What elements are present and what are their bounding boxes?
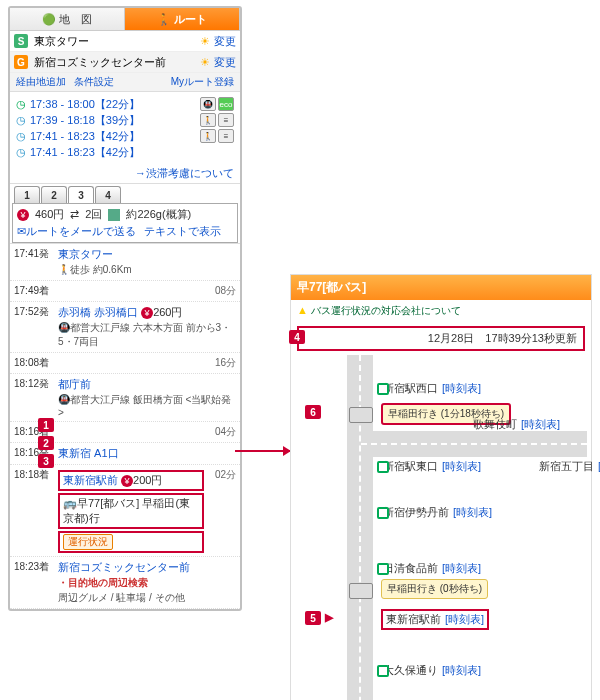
step-stop[interactable]: 赤羽橋 赤羽橋口 — [58, 306, 138, 318]
mode-icon: 🚇 — [200, 97, 216, 111]
eco-icon — [108, 209, 120, 221]
origin-input[interactable] — [32, 34, 196, 48]
area-links[interactable]: 周辺グルメ / 駐車場 / その他 — [58, 591, 236, 605]
road-horizontal — [361, 431, 587, 457]
callout-5: 5 — [305, 611, 321, 625]
highlight-1: 東新宿駅前 ¥200円 — [58, 470, 204, 491]
bus-map: 新宿駅西口 [時刻表] 6 早稲田行き (1分18秒待ち) 新宿駅東口 [時刻表… — [303, 355, 587, 700]
mode-icon: 🚶 — [200, 129, 216, 143]
area-search[interactable]: ・目的地の周辺検索 — [58, 576, 236, 590]
stop-dot — [377, 507, 389, 519]
tab-3[interactable]: 3 — [68, 186, 94, 203]
arrow — [235, 450, 295, 452]
train-icon: 🚇 — [58, 394, 70, 405]
map-icon: 🟢 — [42, 13, 56, 26]
mode-icon: ≡ — [218, 129, 234, 143]
timetable-link[interactable]: [時刻表] — [445, 612, 484, 627]
send-mail[interactable]: ✉ルートをメールで送る — [17, 224, 136, 239]
yen-icon: ¥ — [141, 307, 153, 319]
step-stop[interactable]: 新宿コズミックセンター前 — [58, 561, 190, 573]
current-stop: 東新宿駅前 [時刻表] — [381, 609, 489, 630]
timetable-link[interactable]: [時刻表] — [442, 663, 481, 678]
stop-dot — [377, 383, 389, 395]
step-stop[interactable]: 都庁前 — [58, 378, 91, 390]
bus-icon — [349, 407, 373, 423]
bus-status-panel: 早77[都バス] ▲ バス運行状況の対応会社について 4 12月28日 17時3… — [290, 274, 592, 700]
weather-icon: ☀ — [200, 56, 210, 69]
tab-2[interactable]: 2 — [41, 186, 67, 203]
mode-icon: 🚶 — [200, 113, 216, 127]
step-stop[interactable]: 東新宿 A1口 — [58, 447, 119, 459]
bus-icon — [349, 583, 373, 599]
clock-icon: ◷ — [16, 146, 26, 159]
jam-link[interactable]: →渋滞考慮について — [10, 164, 240, 184]
opt-time[interactable]: 17:39 - 18:18【39分】 — [30, 113, 140, 128]
start-icon: S — [14, 34, 28, 48]
origin-row: S ☀ 変更 — [10, 31, 240, 52]
condition-bar: 経由地追加 条件設定 Myルート登録 — [10, 73, 240, 92]
callout-4: 4 — [289, 330, 305, 344]
clock-icon: ◷ — [16, 114, 26, 127]
opt-time[interactable]: 17:41 - 18:23【42分】 — [30, 129, 140, 144]
settings-link[interactable]: 条件設定 — [74, 75, 114, 89]
add-waypoint[interactable]: 経由地追加 — [16, 75, 66, 89]
timetable-link[interactable]: [時刻表] — [442, 459, 481, 474]
provider-info-link[interactable]: バス運行状況の対応会社について — [311, 305, 461, 316]
weather-icon: ☀ — [200, 35, 210, 48]
timetable-link[interactable]: [時刻表] — [442, 381, 481, 396]
live-status-button[interactable]: 運行状況 — [63, 534, 113, 550]
timetable-link[interactable]: [時刻表] — [521, 417, 560, 432]
info-icon: ▲ — [297, 304, 308, 316]
change-dest[interactable]: 変更 — [214, 55, 236, 70]
bus-icon: 🚌 — [63, 497, 77, 509]
goal-icon: G — [14, 55, 28, 69]
step-stop[interactable]: 東京タワー — [58, 248, 113, 260]
change-origin[interactable]: 変更 — [214, 34, 236, 49]
update-time: 12月28日 17時39分13秒更新 — [297, 326, 585, 351]
walk-icon: 🚶 — [58, 264, 70, 275]
opt-time[interactable]: 17:41 - 18:23【42分】 — [30, 145, 140, 160]
time-options: ◷17:38 - 18:00【22分】🚇eco ◷17:39 - 18:18【3… — [10, 92, 240, 164]
stop-dot — [377, 665, 389, 677]
stop-dot — [377, 461, 389, 473]
dest-row: G ☀ 変更 — [10, 52, 240, 73]
yen-icon: ¥ — [121, 475, 133, 487]
tab-map[interactable]: 🟢地 図 — [10, 8, 125, 30]
show-text[interactable]: テキストで表示 — [144, 224, 221, 239]
dest-input[interactable] — [32, 55, 196, 69]
yen-icon: ¥ — [17, 209, 29, 221]
callout-3: 3 — [38, 454, 54, 468]
timetable-link[interactable]: [時刻表] — [442, 561, 481, 576]
main-tabs: 🟢地 図 🚶ルート — [10, 8, 240, 31]
wait-2: 早稲田行き (0秒待ち) — [381, 579, 488, 599]
timetable-link[interactable]: [時刻表] — [453, 505, 492, 520]
route-panel: 🟢地 図 🚶ルート S ☀ 変更 G ☀ 変更 経由地追加 条件設定 Myルート… — [8, 6, 242, 611]
mode-icon: ≡ — [218, 113, 234, 127]
route-summary: ¥460円 ⇄2回 約226g(概算) ✉ルートをメールで送るテキストで表示 — [12, 203, 238, 243]
clock-icon: ◷ — [16, 130, 26, 143]
tab-1[interactable]: 1 — [14, 186, 40, 203]
callout-6: 6 — [305, 405, 321, 419]
highlight-3: 運行状況 — [58, 531, 204, 553]
transfer-icon: ⇄ — [70, 208, 79, 221]
stop-dot — [377, 563, 389, 575]
clock-icon: ◷ — [16, 98, 26, 111]
callout-2: 2 — [38, 436, 54, 450]
train-icon: 🚇 — [58, 322, 70, 333]
callout-1: 1 — [38, 418, 54, 432]
arrow-icon: ▶ — [325, 611, 333, 624]
panel-title: 早77[都バス] — [291, 275, 591, 300]
highlight-2: 🚌早77[都バス] 早稲田(東京都)行 — [58, 493, 204, 529]
route-number-tabs: 1 2 3 4 — [10, 186, 240, 203]
eco-icon: eco — [218, 97, 234, 111]
opt-time[interactable]: 17:38 - 18:00【22分】 — [30, 97, 140, 112]
tab-4[interactable]: 4 — [95, 186, 121, 203]
mail-icon: ✉ — [17, 225, 26, 237]
tab-route[interactable]: 🚶ルート — [125, 8, 240, 30]
route-icon: 🚶 — [157, 13, 171, 26]
myroute-link[interactable]: Myルート登録 — [171, 75, 234, 89]
